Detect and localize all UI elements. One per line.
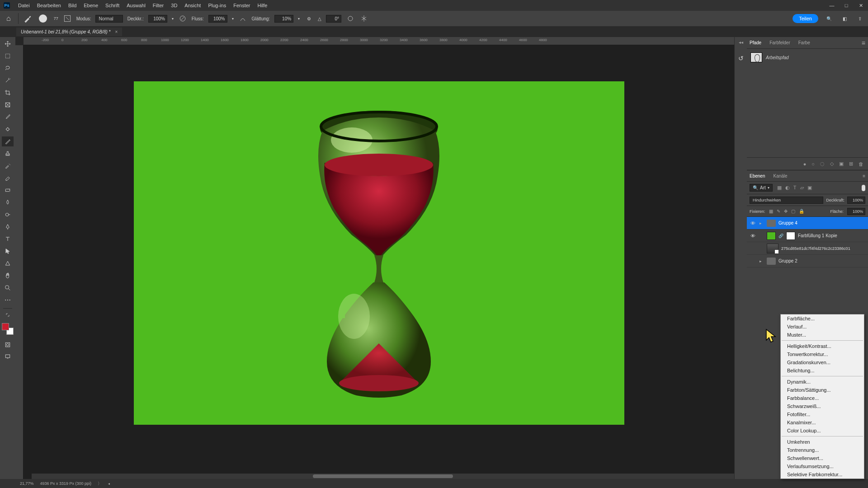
menu-bild[interactable]: Bild: [65, 3, 80, 8]
lock-all-icon[interactable]: 🔒: [799, 209, 804, 214]
path-to-shape-icon[interactable]: ◇: [830, 161, 834, 167]
more-tools[interactable]: ⋯: [2, 295, 14, 305]
menu-datei[interactable]: Datei: [14, 3, 33, 8]
close-button[interactable]: ✕: [854, 0, 868, 11]
paths-list[interactable]: Arbeitspfad: [747, 49, 868, 157]
expand-icon[interactable]: ▸: [760, 259, 764, 263]
filter-type-icon[interactable]: T: [793, 185, 797, 191]
angle-input[interactable]: 0°: [326, 15, 341, 23]
stroke-path-icon[interactable]: ○: [811, 161, 815, 167]
menu-auswahl[interactable]: Auswahl: [123, 3, 149, 8]
export-icon[interactable]: ⇪: [855, 14, 864, 23]
zoom-level[interactable]: 21,77%: [20, 481, 34, 486]
type-tool[interactable]: [2, 234, 14, 244]
fill-input-layers[interactable]: 100%: [847, 208, 865, 215]
wand-tool[interactable]: [2, 75, 14, 85]
menu-colorlookup[interactable]: Color Lookup...: [781, 427, 864, 435]
menu-farbflaeche[interactable]: Farbfläche...: [781, 314, 864, 323]
filter-kind-select[interactable]: 🔍Art▾: [750, 184, 773, 192]
menu-helligkeit[interactable]: Helligkeit/Kontrast...: [781, 342, 864, 350]
tab-farbfelder[interactable]: Farbfelder: [769, 40, 790, 45]
filter-toggle[interactable]: [862, 185, 865, 191]
menu-fenster[interactable]: Fenster: [230, 3, 254, 8]
tab-ebenen[interactable]: Ebenen: [750, 174, 765, 178]
search-icon[interactable]: 🔍: [825, 14, 834, 23]
filter-smart-icon[interactable]: ▣: [807, 185, 812, 191]
lock-position-icon[interactable]: ✥: [784, 209, 788, 214]
selection-path-icon[interactable]: ◌: [820, 161, 825, 167]
history-panel-icon[interactable]: ↺: [735, 45, 747, 62]
layer-row-farbfuellung[interactable]: 👁 🔗 Farbfüllung 1 Kopie: [747, 230, 868, 242]
delete-path-icon[interactable]: 🗑: [859, 161, 863, 167]
color-swatches[interactable]: [2, 323, 14, 335]
status-chevron[interactable]: 〉: [98, 481, 102, 487]
crop-tool[interactable]: [2, 88, 14, 98]
airbrush-icon[interactable]: [238, 14, 247, 23]
tab-kanaele[interactable]: Kanäle: [773, 174, 787, 178]
menu-tonwert[interactable]: Tonwertkorrektur...: [781, 350, 864, 358]
eyedropper-tool[interactable]: [2, 112, 14, 122]
tab-pfade[interactable]: Pfade: [750, 40, 761, 45]
menu-3d[interactable]: 3D: [167, 3, 181, 8]
menu-schrift[interactable]: Schrift: [102, 3, 123, 8]
menu-kanalmixer[interactable]: Kanalmixer...: [781, 418, 864, 427]
lock-transparent-icon[interactable]: ▦: [769, 209, 773, 214]
fill-path-icon[interactable]: ●: [803, 161, 807, 167]
brush-panel-toggle[interactable]: [63, 14, 72, 23]
filter-shape-icon[interactable]: ▱: [800, 185, 804, 191]
opacity-input-layers[interactable]: 100%: [847, 197, 865, 204]
brush-tool-icon[interactable]: [23, 14, 32, 23]
lock-paint-icon[interactable]: ✎: [777, 209, 780, 214]
path-item[interactable]: Arbeitspfad: [749, 51, 866, 64]
stamp-tool[interactable]: [2, 149, 14, 159]
menu-hilfe[interactable]: Hilfe: [254, 3, 271, 8]
filter-pixel-icon[interactable]: ▦: [777, 185, 782, 191]
home-icon[interactable]: ⌂: [4, 14, 14, 23]
brush-tool[interactable]: [2, 136, 14, 146]
layer-row-gruppe2[interactable]: ▸ Gruppe 2: [747, 255, 868, 267]
share-button[interactable]: Teilen: [793, 14, 818, 23]
lock-artboard-icon[interactable]: ▢: [791, 209, 795, 214]
menu-dynamik[interactable]: Dynamik...: [781, 378, 864, 386]
horizontal-ruler[interactable]: -200020040060080010001200140016001800200…: [24, 37, 734, 45]
healing-tool[interactable]: [2, 124, 14, 134]
filter-adjust-icon[interactable]: ◐: [785, 185, 790, 191]
brush-preview[interactable]: [37, 12, 49, 25]
layer-row-smartobject[interactable]: 275cd85e81dc7f4f4d276c2c23386c01: [747, 242, 868, 255]
mask-path-icon[interactable]: ▣: [839, 161, 844, 167]
marquee-tool[interactable]: [2, 51, 14, 61]
flow-input[interactable]: 100%: [208, 15, 227, 23]
maximize-button[interactable]: □: [839, 0, 854, 11]
opacity-input[interactable]: 100%: [148, 15, 167, 23]
smoothing-options-icon[interactable]: ⚙: [304, 14, 313, 23]
quickmask-icon[interactable]: [2, 340, 14, 350]
menu-ebene[interactable]: Ebene: [80, 3, 102, 8]
symmetry-icon[interactable]: [359, 14, 368, 23]
dock-strip[interactable]: ◂◂ ↺: [734, 37, 747, 479]
blend-mode-select-layers[interactable]: Hindurchwirken: [750, 197, 823, 204]
minimize-button[interactable]: —: [825, 0, 839, 11]
expand-icon[interactable]: ▸: [760, 221, 764, 225]
menu-muster[interactable]: Muster...: [781, 331, 864, 339]
foreground-color[interactable]: [2, 323, 9, 330]
menu-gradation[interactable]: Gradationskurven...: [781, 358, 864, 366]
menu-fotofilter[interactable]: Fotofilter...: [781, 410, 864, 418]
tab-farbe[interactable]: Farbe: [798, 40, 810, 45]
move-tool[interactable]: [2, 39, 14, 49]
menu-selektive[interactable]: Selektive Farbkorrektur...: [781, 470, 864, 479]
menu-belichtung[interactable]: Belichtung...: [781, 366, 864, 375]
swap-colors-icon[interactable]: [2, 312, 14, 318]
visibility-icon[interactable]: 👁: [749, 221, 757, 226]
document-tab[interactable]: Unbenannt-1 bei 21,8% (Gruppe 4, RGB/8) …: [16, 28, 122, 36]
frame-tool[interactable]: [2, 100, 14, 110]
link-icon[interactable]: 🔗: [778, 234, 783, 238]
menu-umkehren[interactable]: Umkehren: [781, 438, 864, 446]
horizontal-scrollbar[interactable]: [32, 474, 734, 479]
layers-menu-icon[interactable]: ≡: [863, 174, 865, 178]
eraser-tool[interactable]: [2, 173, 14, 183]
menu-farbton[interactable]: Farbton/Sättigung...: [781, 386, 864, 394]
menu-tontrennung[interactable]: Tontrennung...: [781, 446, 864, 454]
blend-mode-select[interactable]: Normal: [95, 15, 123, 23]
close-tab-icon[interactable]: ×: [115, 29, 118, 34]
zoom-tool[interactable]: [2, 283, 14, 293]
